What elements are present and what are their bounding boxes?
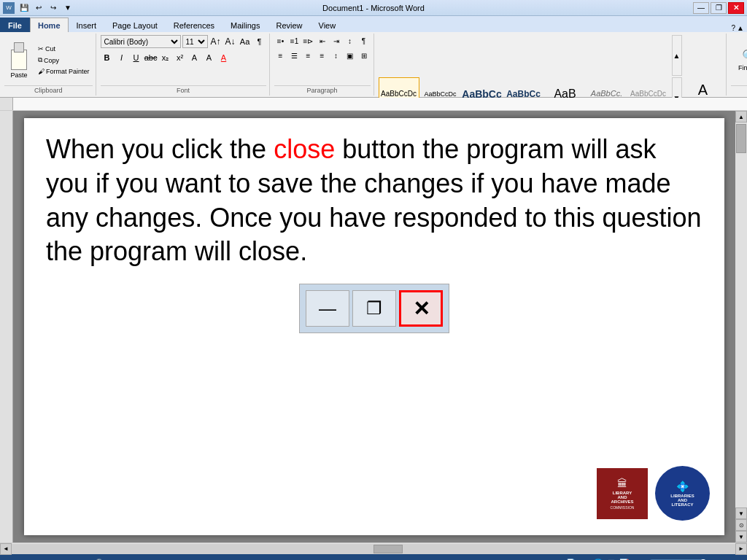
sort-btn[interactable]: ↕	[344, 35, 357, 47]
scroll-thumb[interactable]	[736, 124, 746, 153]
ruler-svg: // Will be drawn via JS below	[13, 98, 747, 110]
document-page: When you click the close button the prog…	[24, 118, 724, 535]
ribbon-content: Paste ✂ Cut ⧉ Copy 🖌 Format Painter	[0, 32, 747, 98]
font-group-label: Font	[101, 85, 266, 94]
text-effects-button[interactable]: A	[188, 51, 201, 64]
font-color-btn[interactable]: A	[217, 51, 231, 64]
justify-btn[interactable]: ≡	[316, 50, 329, 61]
text-before-close: When you click the	[46, 134, 274, 164]
copy-button[interactable]: ⧉ Copy	[35, 55, 93, 66]
window-controls: — ❐ ✕	[693, 2, 744, 14]
format-painter-button[interactable]: 🖌 Format Painter	[35, 66, 93, 77]
paste-button[interactable]: Paste	[4, 40, 34, 81]
demo-restore-btn: ❐	[352, 290, 396, 327]
highlight-color-btn[interactable]: A	[203, 51, 216, 64]
horizontal-scrollbar[interactable]: ◄ ►	[0, 542, 747, 554]
hscroll-thumb[interactable]	[374, 545, 403, 553]
scissors-icon: ✂	[38, 45, 44, 52]
font-group-content: Calibri (Body) 11 A↑ A↓ Aa ¶ B I U abc x…	[101, 35, 266, 85]
vertical-ruler	[0, 111, 13, 542]
horizontal-ruler: // Will be drawn via JS below	[13, 98, 747, 110]
redo-quick-btn[interactable]: ↪	[47, 1, 60, 15]
find-icon: 🔍	[742, 49, 747, 63]
numbering-btn[interactable]: ≡1	[288, 35, 301, 47]
save-quick-btn[interactable]: 💾	[18, 1, 31, 15]
vertical-scrollbar[interactable]: ▲ ▼ ⊙ ▼	[735, 111, 747, 542]
superscript-button[interactable]: x²	[174, 51, 187, 64]
underline-button[interactable]: U	[130, 51, 143, 64]
copy-icon: ⧉	[38, 56, 42, 64]
editing-label: Editing	[731, 85, 747, 94]
decrease-font-btn[interactable]: A↓	[224, 35, 237, 48]
bold-button[interactable]: B	[101, 51, 114, 64]
alignment-buttons: ≡ ☰ ≡ ≡ ↕ ▣ ⊞	[274, 50, 371, 61]
ruler-container: // Will be drawn via JS below	[0, 98, 747, 111]
align-right-btn[interactable]: ≡	[302, 50, 315, 61]
subscript-button[interactable]: x₂	[159, 51, 172, 64]
status-bar: Page: 1 of 1 Words: 0 🔍 📄 🖥 🌐 ☰ 📝 − + 20…	[0, 554, 747, 560]
bullets-btn[interactable]: ≡•	[274, 35, 287, 47]
cut-button[interactable]: ✂ Cut	[35, 44, 93, 54]
multilevel-btn[interactable]: ≡⊳	[302, 35, 315, 47]
hscroll-right-btn[interactable]: ►	[735, 543, 747, 555]
library-label: LIBRARYANDARCHIVES	[611, 491, 633, 504]
scroll-up-btn[interactable]: ▲	[735, 111, 747, 122]
align-left-btn[interactable]: ≡	[274, 50, 287, 61]
clear-format-btn[interactable]: Aa	[239, 35, 252, 48]
styles-scroll-up-btn[interactable]: ▲	[672, 35, 682, 76]
scroll-down-btn[interactable]: ▼	[735, 508, 747, 519]
next-page-btn[interactable]: ▼	[735, 531, 747, 542]
tab-file[interactable]: File	[0, 18, 30, 32]
strikethrough-button[interactable]: abc	[144, 51, 158, 64]
library-sublabel: COMMISSION	[611, 505, 635, 510]
italic-button[interactable]: I	[115, 51, 128, 64]
window-buttons-image: — ❐ ✕	[46, 284, 703, 333]
find-label: Find ▼	[738, 64, 747, 71]
hscroll-left-btn[interactable]: ◄	[0, 543, 12, 555]
demo-minimize-btn: —	[306, 290, 349, 327]
minimize-button[interactable]: —	[693, 2, 709, 14]
ribbon: File Home Insert Page Layout References …	[0, 16, 747, 98]
shading-btn[interactable]: ▣	[344, 50, 357, 61]
increase-font-btn[interactable]: A↑	[209, 35, 222, 48]
find-button[interactable]: 🔍 Find ▼	[731, 42, 747, 79]
ruler-corner	[0, 98, 13, 110]
tab-mailings[interactable]: Mailings	[222, 18, 268, 32]
change-styles-icon: A	[698, 82, 708, 98]
undo-quick-btn[interactable]: ↩	[32, 1, 45, 15]
close-button[interactable]: ✕	[728, 2, 744, 14]
styles-group: AaBbCcDc ¶ Normal AaBbCcDc No Spaci... A…	[376, 34, 727, 96]
font-family-select[interactable]: Calibri (Body)	[101, 35, 181, 48]
tab-view[interactable]: View	[311, 18, 344, 32]
decrease-indent-btn[interactable]: ⇤	[316, 35, 329, 47]
show-para-btn[interactable]: ¶	[357, 35, 371, 47]
select-browse-btn[interactable]: ⊙	[735, 519, 747, 531]
demo-close-icon: ✕	[413, 297, 430, 321]
paragraph-group: ≡• ≡1 ≡⊳ ⇤ ⇥ ↕ ¶ ≡ ☰ ≡ ≡ ↕ ▣ ⊞	[271, 34, 374, 96]
paste-icon	[7, 42, 31, 70]
window-controls-demo: — ❐ ✕	[299, 284, 449, 333]
borders-btn[interactable]: ⊞	[357, 50, 371, 61]
show-all-btn[interactable]: ¶	[253, 35, 266, 48]
tab-page-layout[interactable]: Page Layout	[104, 18, 166, 32]
restore-button[interactable]: ❐	[711, 2, 727, 14]
library-icon: 🏛	[617, 478, 627, 489]
tab-references[interactable]: References	[166, 18, 222, 32]
quick-access-toolbar: 💾 ↩ ↪ ▼	[18, 1, 74, 15]
window-title: Document1 - Microsoft Word	[322, 4, 425, 12]
clipboard-label: Clipboard	[4, 85, 93, 94]
literacy-icon: 💠	[676, 481, 689, 492]
customize-quick-btn[interactable]: ▼	[61, 1, 74, 15]
help-icon[interactable]: ?	[732, 24, 736, 32]
document-area[interactable]: When you click the close button the prog…	[13, 111, 735, 542]
font-selectors: Calibri (Body) 11 A↑ A↓ Aa ¶	[101, 35, 266, 48]
ribbon-minimize-icon[interactable]: ▲	[737, 24, 744, 32]
font-size-select[interactable]: 11	[182, 35, 208, 48]
increase-indent-btn[interactable]: ⇥	[330, 35, 343, 47]
format-painter-icon: 🖌	[38, 68, 44, 75]
line-spacing-btn[interactable]: ↕	[330, 50, 343, 61]
tab-review[interactable]: Review	[268, 18, 310, 32]
align-center-btn[interactable]: ☰	[288, 50, 301, 61]
tab-insert[interactable]: Insert	[69, 18, 105, 32]
tab-home[interactable]: Home	[30, 18, 69, 32]
